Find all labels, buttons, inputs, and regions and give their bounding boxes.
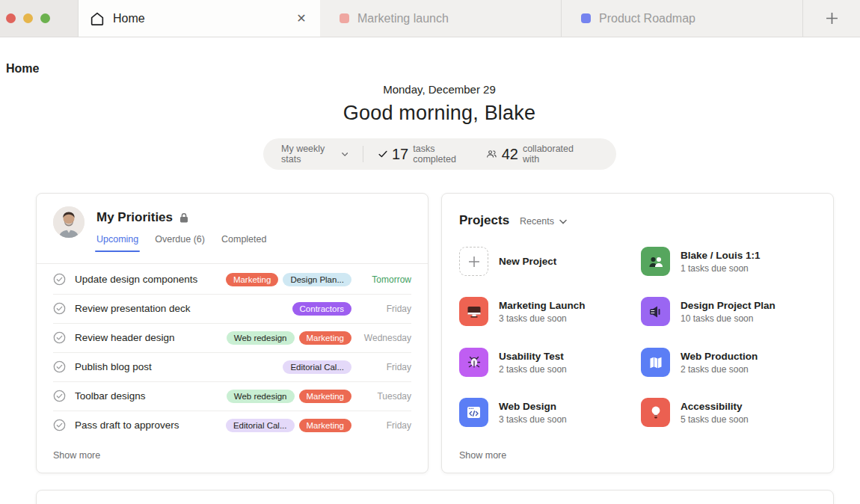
- project-subtitle: 10 tasks due soon: [681, 313, 775, 324]
- task-row[interactable]: Update design components Marketing Desig…: [37, 265, 428, 294]
- bug-icon: [459, 348, 488, 377]
- code-window-icon: [459, 398, 488, 427]
- project-subtitle: 2 tasks due soon: [681, 364, 758, 375]
- window-close-button[interactable]: [6, 13, 16, 23]
- project-subtitle: 5 tasks due soon: [681, 414, 749, 425]
- divider: [363, 146, 363, 162]
- project-subtitle: 2 tasks due soon: [499, 364, 567, 375]
- tab-product-roadmap-label: Product Roadmap: [599, 12, 695, 25]
- task-name: Update design components: [75, 274, 226, 285]
- project-subtitle: 3 tasks due soon: [499, 313, 586, 324]
- task-check-icon[interactable]: [53, 419, 66, 431]
- tab-home[interactable]: Home ✕: [79, 0, 320, 37]
- people-icon: [486, 149, 497, 159]
- task-row[interactable]: Review header design Web redesign Market…: [37, 323, 428, 352]
- projects-show-more-link[interactable]: Show more: [459, 450, 506, 461]
- project-item-design-project-plan[interactable]: Design Project Plan 10 tasks due soon: [641, 297, 817, 326]
- project-name: Design Project Plan: [681, 300, 775, 311]
- task-due-date: Tuesday: [359, 391, 411, 402]
- project-item-accessibility[interactable]: Accessibility 5 tasks due soon: [641, 398, 817, 427]
- stat-collaborated: 42 collaborated with: [486, 144, 579, 165]
- task-check-icon[interactable]: [53, 331, 66, 344]
- task-row[interactable]: Review presentation deck Contractors Fri…: [37, 294, 428, 323]
- tab-completed[interactable]: Completed: [221, 234, 266, 252]
- chevron-down-icon: [559, 219, 567, 224]
- task-name: Review presentation deck: [75, 303, 292, 314]
- card-title: Projects: [459, 213, 509, 228]
- my-priorities-header: My Priorities Upcoming Overdue (6) Compl…: [37, 194, 428, 264]
- tasks-completed-value: 17: [392, 146, 408, 163]
- home-icon: [89, 10, 105, 27]
- task-row[interactable]: Toolbar designs Web redesign Marketing T…: [37, 381, 428, 411]
- project-item-web-production[interactable]: Web Production 2 tasks due soon: [641, 348, 817, 377]
- my-priorities-card: My Priorities Upcoming Overdue (6) Compl…: [36, 193, 429, 473]
- tab-product-roadmap[interactable]: Product Roadmap: [562, 0, 803, 37]
- task-due-date: Wednesday: [359, 333, 411, 343]
- tag: Marketing: [299, 390, 352, 403]
- tab-close-icon[interactable]: ✕: [293, 10, 310, 27]
- priorities-show-more-link[interactable]: Show more: [53, 450, 100, 461]
- task-check-icon[interactable]: [53, 360, 66, 373]
- tab-color-dot: [340, 13, 349, 23]
- project-name: Web Production: [681, 351, 758, 362]
- task-row[interactable]: Publish blog post Editorial Cal... Frida…: [37, 352, 428, 381]
- stat-tasks-completed: 17 tasks completed: [378, 144, 467, 165]
- task-name: Pass draft to approvers: [75, 420, 226, 431]
- tag: Design Plan...: [283, 273, 351, 286]
- tasks-completed-label: tasks completed: [413, 144, 467, 165]
- tab-overdue[interactable]: Overdue (6): [155, 234, 205, 252]
- project-name: Accessibility: [681, 401, 749, 412]
- new-project-button[interactable]: New Project: [459, 247, 635, 276]
- avatar[interactable]: [53, 206, 85, 238]
- collaborated-value: 42: [502, 146, 518, 163]
- task-name: Publish blog post: [75, 361, 283, 372]
- bottom-card: [36, 490, 834, 504]
- weekly-stats-dropdown[interactable]: My weekly stats: [281, 144, 348, 165]
- collaborated-label: collaborated with: [523, 144, 579, 165]
- megaphone-icon: [641, 297, 670, 326]
- greeting-text: Good morning, Blake: [0, 102, 860, 125]
- task-check-icon[interactable]: [53, 302, 66, 315]
- monitor-icon: [459, 297, 488, 326]
- project-name: Web Design: [499, 401, 567, 412]
- project-item-web-design[interactable]: Web Design 3 tasks due soon: [459, 398, 635, 427]
- weekly-stats-bar: My weekly stats 17 tasks completed 42 co…: [263, 138, 616, 170]
- check-icon: [378, 150, 387, 159]
- new-project-label: New Project: [499, 256, 556, 267]
- task-due-date: Tomorrow: [359, 274, 411, 285]
- date-text: Monday, December 29: [0, 83, 860, 96]
- task-due-date: Friday: [359, 304, 411, 314]
- task-row[interactable]: Pass draft to approvers Editorial Cal...…: [37, 411, 428, 440]
- tag: Marketing: [299, 419, 352, 432]
- task-check-icon[interactable]: [53, 273, 66, 286]
- plus-icon: [459, 247, 488, 276]
- tab-marketing-launch[interactable]: Marketing launch: [320, 0, 562, 37]
- task-check-icon[interactable]: [53, 390, 66, 402]
- tag: Web redesign: [227, 331, 295, 345]
- recents-label: Recents: [520, 216, 554, 227]
- window-minimize-button[interactable]: [23, 13, 33, 23]
- tag: Marketing: [299, 331, 352, 345]
- people-icon: [641, 247, 670, 276]
- tab-home-label: Home: [113, 12, 293, 25]
- project-item-usability-test[interactable]: Usability Test 2 tasks due soon: [459, 348, 635, 377]
- tag: Editorial Cal...: [283, 360, 351, 374]
- task-name: Toolbar designs: [75, 390, 227, 402]
- map-icon: [641, 348, 670, 377]
- task-list: Update design components Marketing Desig…: [37, 265, 428, 440]
- tab-color-dot: [581, 13, 591, 23]
- projects-recents-dropdown[interactable]: Recents: [520, 216, 567, 227]
- tab-marketing-launch-label: Marketing launch: [357, 12, 449, 25]
- window-zoom-button[interactable]: [40, 13, 50, 23]
- project-item-marketing-launch[interactable]: Marketing Launch 3 tasks due soon: [459, 297, 635, 326]
- project-name: Marketing Launch: [499, 300, 586, 311]
- task-due-date: Friday: [359, 420, 411, 431]
- weekly-stats-label: My weekly stats: [281, 144, 337, 165]
- projects-card: Projects Recents New Project Blake / Lou…: [441, 193, 834, 473]
- project-item-blake-louis[interactable]: Blake / Louis 1:1 1 tasks due soon: [641, 247, 817, 276]
- priorities-tabs: Upcoming Overdue (6) Completed: [96, 234, 266, 252]
- tab-upcoming[interactable]: Upcoming: [96, 234, 138, 252]
- card-title: My Priorities: [96, 210, 173, 225]
- new-tab-button[interactable]: [803, 0, 860, 37]
- tag: Web redesign: [227, 390, 295, 403]
